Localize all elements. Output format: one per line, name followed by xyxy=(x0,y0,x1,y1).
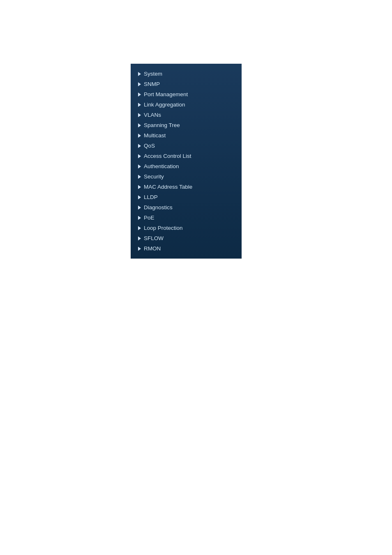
sidebar-item-system[interactable]: System xyxy=(131,69,242,79)
sidebar-item-security[interactable]: Security xyxy=(131,171,242,182)
sidebar-item-label: MAC Address Table xyxy=(144,184,192,190)
sidebar-item-label: VLANs xyxy=(144,112,161,118)
sidebar-item-multicast[interactable]: Multicast xyxy=(131,130,242,141)
sidebar-item-label: Spanning Tree xyxy=(144,122,180,128)
sidebar-item-loop-protection[interactable]: Loop Protection xyxy=(131,223,242,233)
sidebar-item-qos[interactable]: QoS xyxy=(131,141,242,151)
chevron-right-icon xyxy=(138,113,141,117)
sidebar-item-label: Port Management xyxy=(144,91,188,97)
sidebar-item-label: RMON xyxy=(144,245,161,252)
sidebar-item-label: Security xyxy=(144,173,164,180)
sidebar-item-label: Diagnostics xyxy=(144,204,173,210)
sidebar-item-rmon[interactable]: RMON xyxy=(131,243,242,254)
sidebar-item-sflow[interactable]: SFLOW xyxy=(131,233,242,243)
chevron-right-icon xyxy=(138,206,141,210)
sidebar-item-link-aggregation[interactable]: Link Aggregation xyxy=(131,99,242,110)
chevron-right-icon xyxy=(138,236,141,240)
chevron-right-icon xyxy=(138,195,141,199)
sidebar-item-label: SNMP xyxy=(144,81,160,87)
sidebar-item-access-control-list[interactable]: Access Control List xyxy=(131,151,242,161)
chevron-right-icon xyxy=(138,164,141,169)
sidebar-item-port-management[interactable]: Port Management xyxy=(131,89,242,99)
chevron-right-icon xyxy=(138,123,141,127)
sidebar-item-authentication[interactable]: Authentication xyxy=(131,161,242,171)
sidebar-item-snmp[interactable]: SNMP xyxy=(131,79,242,89)
chevron-right-icon xyxy=(138,154,141,158)
sidebar-item-diagnostics[interactable]: Diagnostics xyxy=(131,202,242,213)
sidebar-item-label: QoS xyxy=(144,143,155,149)
chevron-right-icon xyxy=(138,226,141,230)
sidebar-item-poe[interactable]: PoE xyxy=(131,213,242,223)
sidebar-item-mac-address-table[interactable]: MAC Address Table xyxy=(131,182,242,192)
chevron-right-icon xyxy=(138,185,141,189)
sidebar-item-label: Access Control List xyxy=(144,153,191,159)
sidebar-item-label: Multicast xyxy=(144,132,166,139)
sidebar-item-label: PoE xyxy=(144,215,154,221)
chevron-right-icon xyxy=(138,144,141,148)
chevron-right-icon xyxy=(138,134,141,138)
sidebar-item-label: SFLOW xyxy=(144,235,164,241)
chevron-right-icon xyxy=(138,82,141,86)
sidebar-item-label: Link Aggregation xyxy=(144,102,185,108)
sidebar-item-lldp[interactable]: LLDP xyxy=(131,192,242,202)
chevron-right-icon xyxy=(138,216,141,220)
sidebar-item-spanning-tree[interactable]: Spanning Tree xyxy=(131,120,242,130)
chevron-right-icon xyxy=(138,72,141,76)
sidebar-item-vlans[interactable]: VLANs xyxy=(131,110,242,120)
sidebar-item-label: Loop Protection xyxy=(144,225,183,231)
chevron-right-icon xyxy=(138,247,141,251)
chevron-right-icon xyxy=(138,103,141,107)
sidebar-item-label: System xyxy=(144,71,162,77)
sidebar-menu: SystemSNMPPort ManagementLink Aggregatio… xyxy=(131,64,242,259)
sidebar-item-label: LLDP xyxy=(144,194,158,200)
chevron-right-icon xyxy=(138,92,141,97)
sidebar-item-label: Authentication xyxy=(144,163,179,169)
chevron-right-icon xyxy=(138,175,141,179)
